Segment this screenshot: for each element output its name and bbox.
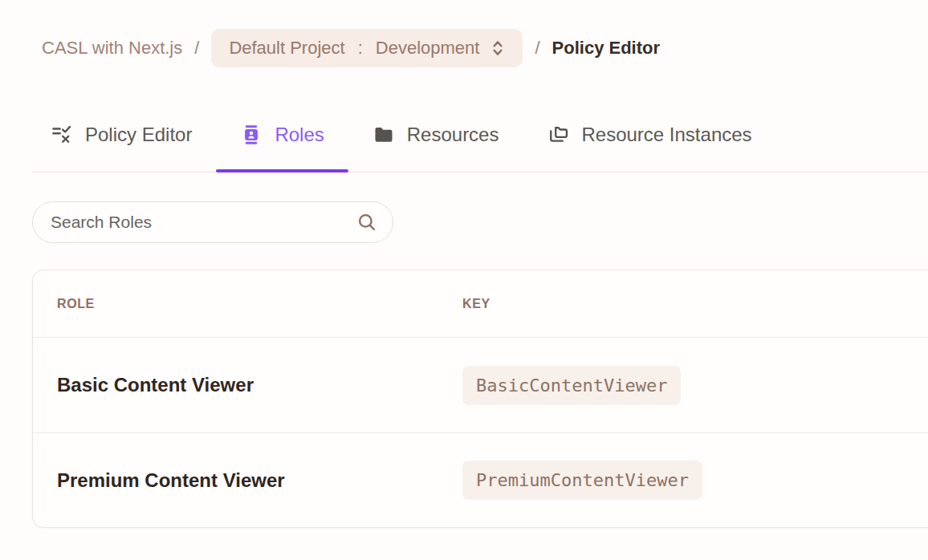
tab-label: Resources <box>407 124 499 146</box>
column-header-role: ROLE <box>57 297 462 311</box>
role-name: Premium Content Viewer <box>57 469 462 492</box>
column-header-key: KEY <box>462 297 918 311</box>
search-container <box>32 201 393 243</box>
tab-resources[interactable]: Resources <box>348 114 523 172</box>
tab-resource-instances[interactable]: Resource Instances <box>523 114 775 172</box>
environment-name: Development <box>376 38 480 59</box>
table-row[interactable]: Premium Content Viewer PremiumContentVie… <box>33 432 928 527</box>
tab-policy-editor[interactable]: Policy Editor <box>32 114 216 172</box>
tab-bar: Policy Editor Roles Resources <box>32 114 928 172</box>
project-environment-selector[interactable]: Default Project : Development <box>211 29 523 67</box>
chevron-up-down-icon <box>487 38 508 59</box>
policy-rules-icon <box>51 124 73 146</box>
breadcrumb-separator: / <box>194 38 199 59</box>
role-key-cell: PremiumContentViewer <box>462 461 702 500</box>
tab-label: Resource Instances <box>581 124 751 146</box>
roles-table: ROLE KEY Basic Content Viewer BasicConte… <box>32 270 928 528</box>
tab-label: Policy Editor <box>85 124 192 146</box>
role-name: Basic Content Viewer <box>57 374 462 396</box>
breadcrumb-current-page: Policy Editor <box>552 38 660 59</box>
tab-roles[interactable]: Roles <box>216 114 348 172</box>
project-env-divider: : <box>358 38 363 59</box>
role-key-cell: BasicContentViewer <box>462 366 681 405</box>
project-name: Default Project <box>229 38 344 59</box>
folder-icon <box>372 124 395 146</box>
tab-label: Roles <box>275 124 324 146</box>
breadcrumb-separator: / <box>535 38 539 59</box>
breadcrumb: CASL with Next.js / Default Project : De… <box>42 29 928 67</box>
search-roles-input[interactable] <box>32 201 393 243</box>
table-row[interactable]: Basic Content Viewer BasicContentViewer <box>33 338 928 432</box>
folders-stack-icon <box>547 124 569 146</box>
role-key-badge: BasicContentViewer <box>462 366 681 405</box>
table-header-row: ROLE KEY <box>33 270 928 338</box>
role-key-badge: PremiumContentViewer <box>462 461 702 500</box>
breadcrumb-root[interactable]: CASL with Next.js <box>42 38 182 59</box>
id-badge-icon <box>240 124 263 146</box>
